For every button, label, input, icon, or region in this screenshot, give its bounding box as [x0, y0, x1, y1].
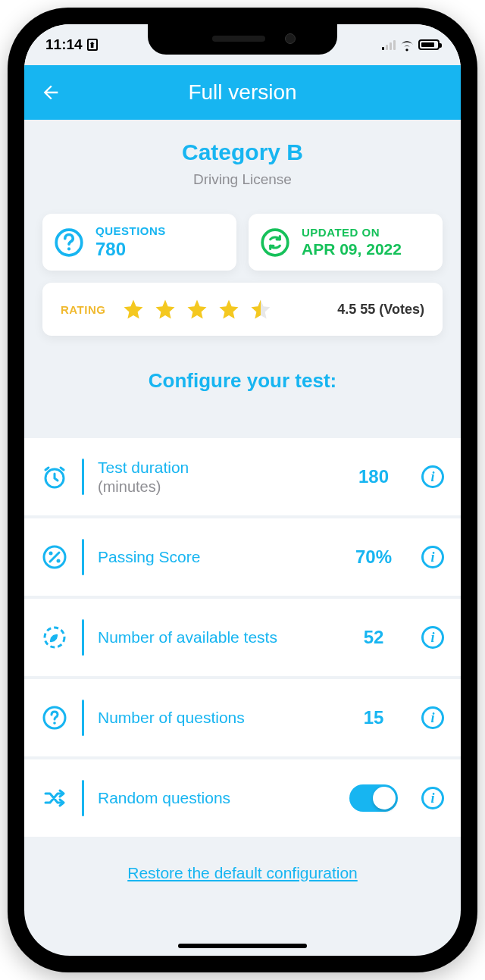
- battery-icon: [418, 39, 440, 50]
- status-time: 11:14: [45, 36, 83, 53]
- svg-point-1: [67, 247, 70, 250]
- updated-label: UPDATED ON: [302, 226, 402, 239]
- phone-screen: 11:14 Full version: [24, 24, 461, 956]
- percent-icon: [41, 543, 68, 571]
- question-icon: [41, 704, 68, 731]
- row-separator: [82, 619, 84, 656]
- info-button[interactable]: i: [421, 706, 444, 729]
- svg-point-6: [49, 552, 53, 556]
- info-button[interactable]: i: [421, 626, 444, 649]
- star-icon: [186, 298, 208, 321]
- row-label: Number of available tests: [98, 628, 326, 647]
- phone-frame: 11:14 Full version: [8, 8, 477, 972]
- app-bar: Full version: [24, 65, 461, 120]
- restore-section: Restore the default configuration: [24, 838, 461, 900]
- random-toggle[interactable]: [349, 784, 398, 812]
- svg-point-2: [262, 230, 288, 255]
- row-value: 70%: [340, 546, 408, 568]
- rating-label: RATING: [61, 303, 105, 316]
- info-button[interactable]: i: [421, 546, 444, 568]
- row-random-questions: Random questions i: [24, 758, 461, 838]
- row-value: 180: [340, 466, 408, 487]
- row-sublabel: (minutes): [98, 478, 161, 495]
- category-title: Category B: [39, 139, 446, 165]
- refresh-icon: [259, 227, 291, 258]
- app-bar-title: Full version: [188, 80, 296, 105]
- clock-icon: [41, 463, 68, 490]
- row-separator: [82, 539, 84, 575]
- row-label-text: Test duration: [98, 459, 189, 476]
- wifi-icon: [399, 39, 415, 51]
- rating-text: 4.5 55 (Votes): [337, 302, 424, 318]
- star-icon: [217, 298, 240, 321]
- status-app-icon: [87, 39, 98, 51]
- row-label: Passing Score: [98, 547, 326, 566]
- home-indicator[interactable]: [178, 944, 307, 948]
- row-number-questions[interactable]: Number of questions 15 i: [24, 678, 461, 758]
- questions-label: QUESTIONS: [95, 224, 166, 237]
- row-label: Random questions: [98, 788, 326, 807]
- stats-row: QUESTIONS 780 UPDATED ON APR 09, 2022: [24, 197, 461, 277]
- row-value: 52: [340, 627, 408, 648]
- rating-stars: [122, 298, 272, 321]
- questions-card: QUESTIONS 780: [42, 214, 236, 271]
- row-available-tests[interactable]: Number of available tests 52 i: [24, 597, 461, 678]
- info-button[interactable]: i: [421, 465, 444, 488]
- back-button[interactable]: [38, 80, 64, 105]
- restore-link[interactable]: Restore the default configuration: [127, 864, 358, 881]
- updated-value: APR 09, 2022: [302, 240, 402, 258]
- star-icon: [154, 298, 177, 321]
- row-label: Test duration (minutes): [98, 458, 326, 496]
- phone-notch: [148, 24, 337, 55]
- updated-card: UPDATED ON APR 09, 2022: [249, 214, 443, 271]
- row-separator: [82, 459, 84, 495]
- row-separator: [82, 700, 84, 736]
- row-label: Number of questions: [98, 708, 326, 727]
- svg-point-7: [57, 559, 61, 563]
- questions-value: 780: [95, 239, 166, 260]
- row-passing-score[interactable]: Passing Score 70% i: [24, 517, 461, 597]
- info-button[interactable]: i: [421, 787, 444, 809]
- target-icon: [41, 624, 68, 651]
- row-test-duration[interactable]: Test duration (minutes) 180 i: [24, 437, 461, 517]
- config-rows: Test duration (minutes) 180 i Passing Sc…: [24, 437, 461, 838]
- row-value: 15: [340, 707, 408, 728]
- rating-card: RATING 4.5 55 (Votes): [42, 283, 443, 336]
- question-circle-icon: [53, 227, 85, 258]
- row-separator: [82, 780, 84, 816]
- shuffle-icon: [41, 784, 68, 812]
- cellular-signal-icon: [382, 39, 396, 50]
- configure-title: Configure your test:: [24, 369, 461, 393]
- category-subtitle: Driving License: [39, 171, 446, 188]
- back-arrow-icon: [40, 82, 61, 103]
- category-header: Category B Driving License: [24, 120, 461, 197]
- star-half-icon: [249, 298, 272, 321]
- svg-point-10: [53, 722, 56, 725]
- star-icon: [122, 298, 145, 321]
